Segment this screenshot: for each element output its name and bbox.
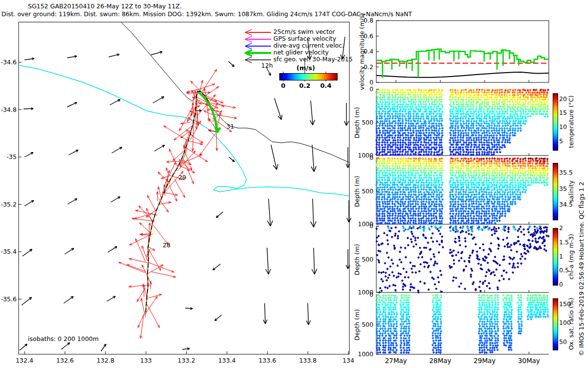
date-tick-label: 27May [385, 357, 407, 364]
temperature-colorbar-tick-label: 20 [559, 96, 567, 103]
velocity-ytick-label: 0 [354, 79, 373, 86]
salinity-colorbar [553, 163, 558, 220]
map-lat-tick-label: -35.4 [0, 248, 17, 255]
temperature-colorbar-tick-label: 15 [559, 109, 567, 116]
map-dive-label: 28 [163, 242, 171, 249]
map-lon-tick-label: 132.6 [56, 357, 74, 364]
legend-item-label: net glider velocity [273, 49, 329, 56]
salinity-colorbar-label: salinity [568, 180, 575, 202]
velocity-ytick-label: 0.4 [354, 48, 373, 55]
map-lon-tick-label: 133.2 [178, 357, 196, 364]
chl-colorbar [553, 228, 558, 286]
depth-ytick-label: 1000 [354, 351, 373, 358]
map-lon-tick-label: 132.8 [97, 357, 114, 364]
salinity-colorbar-tick-label: 34.5 [559, 201, 573, 208]
map-lon-tick-label: 133.4 [218, 357, 236, 364]
depth-ylabel: Depth (m) [354, 244, 361, 275]
map-dive-label: 29 [178, 174, 186, 181]
depth-ytick-label: 0 [354, 155, 373, 161]
page-subtitle: Dist. over ground: 119km. Dist. swum: 86… [1, 11, 412, 18]
temperature-colorbar-label: temperature (°C) [568, 95, 575, 148]
oxygen-colorbar [553, 298, 558, 350]
map-lat-tick-label: -35.6 [0, 296, 17, 303]
map-dive-label: 31 [226, 123, 234, 130]
depth-ytick-label: 0 [354, 223, 373, 230]
chl-colorbar-label: chl-a (mg m-3) [568, 234, 575, 279]
legend-item-label: dive-avg current veloc. [273, 42, 344, 49]
temperature-colorbar [553, 93, 558, 151]
velocity-colorbar-title: (m/s) [296, 65, 315, 72]
temperature-colorbar-tick-label: 5 [559, 138, 563, 145]
depth-ylabel: Depth (m) [354, 107, 361, 138]
page-title: SG152 GAB20150410 26-May 12Z to 30-May 1… [28, 3, 182, 10]
salinity-colorbar-tick-label: 35 [559, 185, 567, 192]
velocity-colorbar-tick-label: 0.4 [320, 82, 331, 89]
date-tick-label: 28May [429, 357, 451, 364]
duration-label: 12h [261, 62, 273, 69]
depth-ytick-label: 0 [354, 86, 373, 93]
temperature-colorbar-tick-label: 10 [559, 124, 567, 131]
isobaths-caption: isobaths: 0 200 1000m [28, 336, 99, 342]
velocity-colorbar [279, 73, 338, 80]
velocity-colorbar-tick-label: 0 [281, 82, 285, 89]
legend-item-label: sfc geo. vel. 30-May-2015 [273, 56, 353, 63]
map-lat-tick-label: -35.2 [0, 201, 17, 208]
map-lon-tick-label: 133.6 [259, 357, 276, 364]
chl-colorbar-tick-label: 2 [559, 225, 563, 232]
chl-colorbar-tick-label: 0 [559, 281, 563, 288]
map-lon-tick-label: 133 [140, 357, 152, 364]
map-lon-tick-label: 132.4 [16, 357, 33, 364]
velocity-ytick-label: 0.6 [354, 33, 373, 40]
map-lat-tick-label: -34.8 [0, 106, 17, 113]
salinity-colorbar-tick-label: 35.5 [559, 169, 573, 176]
chl-colorbar-tick-label: 1 [559, 253, 563, 260]
map-lon-tick-label: 134 [343, 357, 354, 364]
map-lat-tick-label: -35 [0, 154, 17, 160]
depth-ylabel: Depth (m) [354, 309, 361, 341]
legend-item-label: 25cm/s swim vector [273, 28, 335, 35]
depth-ytick-label: 0 [354, 291, 373, 298]
date-tick-label: 30May [518, 357, 540, 364]
oxygen-colorbar-tick-label: 50 [559, 339, 567, 345]
velocity-colorbar-tick-label: 0.2 [299, 82, 310, 89]
date-tick-label: 29May [473, 357, 495, 364]
oxygen-colorbar-label: Ox. sat. ratio (%) [568, 298, 575, 350]
map-lon-tick-label: 133.8 [299, 357, 317, 364]
legend-item-label: GPS surface velocity [273, 35, 336, 42]
velocity-ytick-label: 0.2 [354, 64, 373, 71]
glider-mission-dashboard: SG152 GAB20150410 26-May 12Z to 30-May 1… [0, 0, 588, 368]
attribution: © IMOS 15-Feb-2019 02:56:49 Hobart time.… [578, 182, 585, 356]
map-lat-tick-label: -34.6 [0, 59, 17, 66]
velocity-ytick-label: 0.8 [354, 17, 373, 24]
depth-ylabel: Depth (m) [354, 176, 361, 207]
